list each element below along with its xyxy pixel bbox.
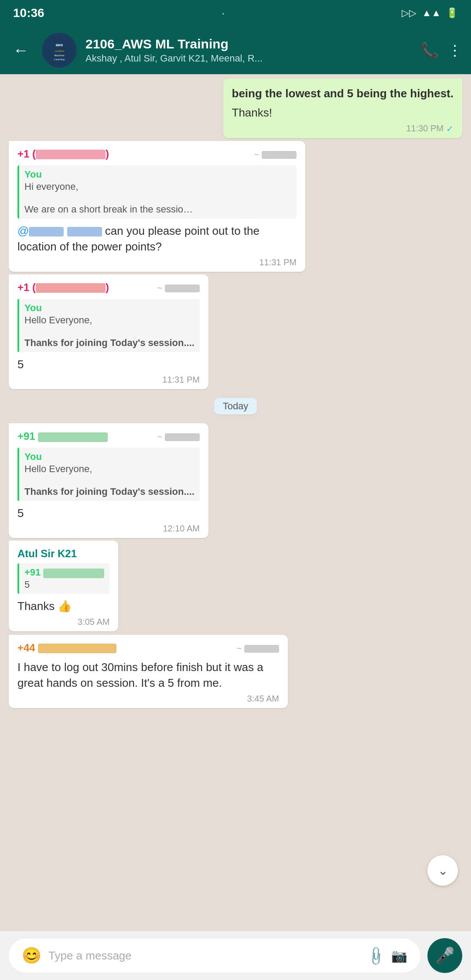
blurred-name-4	[244, 645, 279, 653]
chat-info: 2106_AWS ML Training Akshay , Atul Sir, …	[85, 37, 412, 64]
msg-meta-3: 12:10 AM	[17, 524, 200, 534]
msg-time-3: 12:10 AM	[163, 524, 200, 534]
call-button[interactable]: 📞	[420, 41, 439, 59]
date-pill: Today	[214, 398, 257, 415]
msg-meta: 11:30 PM ✓	[232, 123, 454, 134]
svg-text:Learning: Learning	[54, 58, 65, 61]
msg-check: ✓	[446, 123, 454, 134]
battery-icon: 🔋	[446, 7, 458, 19]
quoted-text-1: Hi everyone,We are on a short break in t…	[24, 181, 291, 215]
message-in-3: +91 ~ You Hello Everyone,Thanks for join…	[9, 423, 462, 538]
sender-name-3: +91	[17, 430, 108, 442]
at-mention: @	[17, 224, 102, 237]
status-bar: 10:36 · ▷▷ ▲▲ 🔋	[0, 0, 471, 26]
input-bar: 😊 Type a message 📎 📷 🎤	[0, 931, 471, 980]
back-button[interactable]: ←	[9, 37, 33, 64]
blurred-name-3	[165, 433, 200, 441]
sender-name-4: +44	[17, 642, 116, 654]
scroll-down-button[interactable]: ⌄	[427, 855, 458, 886]
date-divider: Today	[9, 398, 462, 415]
svg-text:Machine: Machine	[54, 54, 65, 57]
quoted-atul: +91 5	[17, 563, 109, 594]
attach-icon[interactable]: 📎	[365, 945, 387, 967]
bubble-in-2: +1 () ~ You Hello Everyone,Thanks for jo…	[9, 274, 208, 389]
chat-header: ← aws certified Machine Learning 2106_AW…	[0, 26, 471, 74]
blurred-phone-1	[36, 150, 106, 159]
blurred-phone-4	[38, 644, 116, 653]
quoted-author-3: You	[24, 451, 195, 463]
wifi-icon: ▲▲	[422, 7, 441, 19]
msg-text-1: @ can you please point out to the locati…	[17, 223, 297, 255]
message-in-1: +1 () ~ You Hi everyone,We are on a shor…	[9, 141, 462, 272]
message-input-field[interactable]: 😊 Type a message 📎 📷	[9, 939, 420, 973]
msg-time: 11:30 PM	[406, 123, 444, 134]
quoted-author-1: You	[24, 169, 291, 180]
msg-time-atul: 3:05 AM	[78, 617, 109, 627]
msg-text-3: 5	[17, 505, 200, 521]
input-placeholder[interactable]: Type a message	[48, 949, 361, 963]
quoted-2: You Hello Everyone,Thanks for joining To…	[17, 299, 200, 352]
message-in-2: +1 () ~ You Hello Everyone,Thanks for jo…	[9, 274, 462, 389]
emoji-icon[interactable]: 😊	[22, 946, 41, 965]
bubble-in-4: +44 ~ I have to log out 30mins before fi…	[9, 635, 288, 708]
blurred-phone-2	[36, 283, 106, 293]
chat-area: being the lowest and 5 being the highest…	[0, 74, 471, 947]
sender-name-atul: Atul Sir K21	[17, 548, 77, 559]
blurred-phone-atul	[43, 569, 104, 578]
chat-subtitle: Akshay , Atul Sir, Garvit K21, Meenal, R…	[85, 53, 312, 64]
status-dot: ·	[222, 7, 225, 19]
quoted-1: You Hi everyone,We are on a short break …	[17, 165, 297, 219]
menu-button[interactable]: ⋮	[447, 41, 462, 59]
quoted-3: You Hello Everyone,Thanks for joining To…	[17, 448, 200, 501]
bubble-in-3: +91 ~ You Hello Everyone,Thanks for join…	[9, 423, 208, 538]
message-atul: Atul Sir K21 +91 5 Thanks 👍 3:05 AM	[9, 541, 462, 631]
msg-meta-atul: 3:05 AM	[17, 617, 109, 627]
svg-text:certified: certified	[55, 49, 64, 52]
status-time: 10:36	[13, 6, 44, 20]
sender-name-2: +1 ()	[17, 281, 109, 294]
message-in-4: +44 ~ I have to log out 30mins before fi…	[9, 635, 462, 708]
bubble-atul: Atul Sir K21 +91 5 Thanks 👍 3:05 AM	[9, 541, 118, 631]
chat-title: 2106_AWS ML Training	[85, 37, 412, 51]
quoted-text-3: Hello Everyone,Thanks for joining Today'…	[24, 463, 195, 497]
msg-text: Thanks!	[232, 105, 454, 120]
bubble-out-1: being the lowest and 5 being the highest…	[223, 79, 463, 138]
quoted-text-2: Hello Everyone,Thanks for joining Today'…	[24, 315, 195, 349]
msg-text-atul: Thanks 👍	[17, 598, 109, 614]
quoted-author-2: You	[24, 302, 195, 314]
message-out-1: being the lowest and 5 being the highest…	[9, 79, 462, 138]
msg-text-top: being the lowest and 5 being the highest…	[232, 86, 454, 101]
mic-button[interactable]: 🎤	[427, 938, 462, 973]
blurred-name-2	[165, 284, 200, 292]
msg-meta-4: 3:45 AM	[17, 694, 279, 704]
status-icons: ▷▷ ▲▲ 🔋	[402, 7, 458, 19]
blurred-name-1	[262, 151, 297, 159]
blurred-phone-3	[38, 432, 108, 442]
svg-text:aws: aws	[56, 43, 63, 47]
sender-name-1: +1 ()	[17, 148, 109, 160]
msg-text-4: I have to log out 30mins before finish b…	[17, 659, 279, 691]
msg-time-2: 11:31 PM	[162, 375, 200, 385]
header-icons: 📞 ⋮	[420, 41, 462, 59]
msg-time-4: 3:45 AM	[247, 694, 279, 704]
msg-meta-2: 11:31 PM	[17, 375, 200, 385]
signal-icon: ▷▷	[402, 7, 416, 19]
quoted-text-atul: 5	[24, 579, 104, 590]
group-avatar: aws certified Machine Learning	[42, 33, 77, 68]
bubble-in-1: +1 () ~ You Hi everyone,We are on a shor…	[9, 141, 305, 272]
msg-time-1: 11:31 PM	[259, 257, 297, 267]
mic-icon: 🎤	[435, 946, 455, 965]
msg-meta-1: 11:31 PM	[17, 257, 297, 267]
camera-icon[interactable]: 📷	[391, 948, 407, 963]
msg-text-2: 5	[17, 356, 200, 372]
quoted-author-atul: +91	[24, 567, 104, 578]
